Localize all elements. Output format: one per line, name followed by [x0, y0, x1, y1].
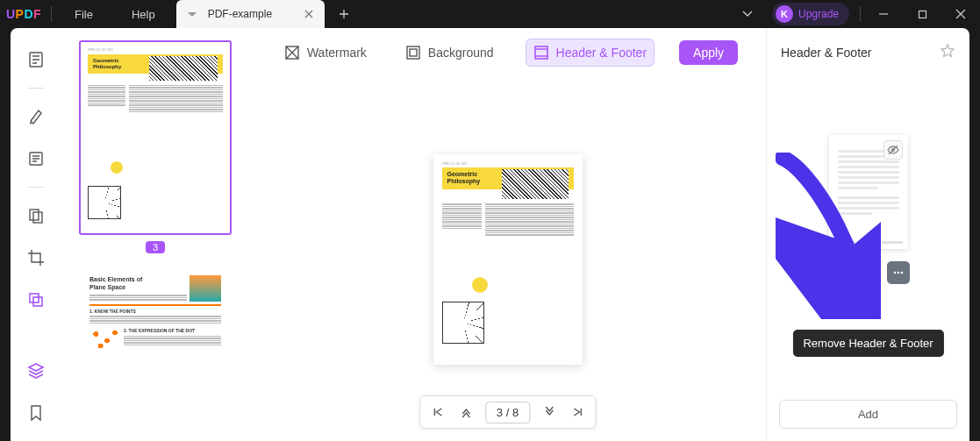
template-preview[interactable]: PAGE 1/1 — [829, 135, 908, 249]
titlebar-right: K Upgrade — [732, 0, 980, 28]
separator — [28, 187, 44, 188]
svg-marker-0 — [188, 12, 197, 17]
tab-title: PDF-example — [204, 8, 297, 20]
window-minimize-icon[interactable] — [864, 0, 903, 28]
delete-template-icon[interactable] — [857, 261, 880, 284]
page-canvas[interactable]: UPDF | 15 / 03 / 2021 Geometric Philosop… — [249, 77, 766, 441]
page-prev-icon[interactable] — [454, 400, 478, 424]
svg-point-15 — [900, 272, 903, 274]
more-template-icon[interactable] — [887, 261, 910, 284]
svg-point-13 — [893, 272, 896, 274]
thumbnail-number: 3 — [79, 240, 232, 253]
app-logo: UPDF — [0, 7, 47, 21]
window-close-icon[interactable] — [941, 0, 980, 28]
panel-title: Header & Footer — [781, 46, 872, 60]
tool-background-label: Background — [428, 46, 494, 60]
tab-add-icon[interactable] — [330, 0, 358, 28]
page-first-icon[interactable] — [426, 400, 450, 424]
tab-close-icon[interactable] — [302, 7, 316, 21]
tool-header-footer[interactable]: Header & Footer — [526, 39, 655, 67]
svg-rect-11 — [535, 46, 547, 59]
tool-bookmark-icon[interactable] — [22, 399, 50, 427]
svg-rect-10 — [410, 49, 417, 56]
svg-point-14 — [897, 272, 899, 274]
svg-rect-6 — [33, 297, 42, 306]
tool-edit-text-icon[interactable] — [22, 145, 50, 173]
svg-rect-7 — [30, 294, 39, 302]
tool-watermark-label: Watermark — [307, 46, 367, 60]
avatar: K — [776, 5, 793, 23]
page-next-icon[interactable] — [537, 400, 562, 424]
tool-background[interactable]: Background — [398, 39, 501, 66]
visibility-toggle-icon[interactable] — [883, 140, 903, 160]
page-thumbnail[interactable]: UPDF | 15 / 03 / 2021 Geometric Philosop… — [79, 40, 232, 235]
tool-watermark[interactable]: Watermark — [277, 39, 374, 66]
edit-template-icon[interactable] — [827, 261, 850, 284]
separator — [860, 6, 861, 22]
page-navigator: 3 / 8 — [419, 395, 596, 429]
workspace: UPDF | 15 / 03 / 2021 Geometric Philosop… — [11, 28, 969, 441]
window-maximize-icon[interactable] — [903, 0, 941, 28]
background-icon — [405, 45, 421, 60]
menu-file[interactable]: File — [55, 0, 112, 28]
tool-page-tools-icon[interactable] — [22, 286, 50, 314]
center-pane: Watermark Background Header & Footer App… — [249, 28, 766, 441]
page-tools-toolbar: Watermark Background Header & Footer App… — [249, 28, 766, 77]
tab-strip: PDF-example — [175, 0, 732, 28]
upgrade-button[interactable]: K Upgrade — [772, 3, 849, 25]
page-last-icon[interactable] — [565, 400, 590, 424]
page-thumbnail[interactable]: Basic Elements of Plane Space 1. KNOW TH… — [79, 262, 232, 441]
page-preview: UPDF | 15 / 03 / 2021 Geometric Philosop… — [433, 154, 583, 365]
watermark-icon — [284, 45, 300, 60]
thumbnail-panel: UPDF | 15 / 03 / 2021 Geometric Philosop… — [61, 28, 249, 441]
svg-rect-1 — [919, 11, 926, 18]
header-footer-icon — [533, 45, 549, 60]
tab-favicon — [185, 7, 199, 21]
tab-active[interactable]: PDF-example — [176, 0, 325, 28]
tabs-overflow-icon[interactable] — [732, 0, 763, 28]
menu-bar: File Help — [55, 0, 175, 28]
page-indicator[interactable]: 3 / 8 — [485, 402, 530, 423]
apply-button[interactable]: Apply — [679, 40, 738, 65]
svg-rect-4 — [30, 210, 39, 220]
tool-crop-icon[interactable] — [22, 244, 50, 272]
favorite-icon[interactable] — [940, 43, 955, 61]
tool-highlighter-icon[interactable] — [22, 103, 50, 131]
template-actions — [781, 261, 955, 284]
titlebar: UPDF File Help PDF-example K Upgrade — [0, 0, 980, 28]
add-button[interactable]: Add — [779, 400, 957, 429]
tool-layers-icon[interactable] — [22, 357, 50, 385]
left-tool-rail — [11, 28, 61, 441]
svg-rect-5 — [33, 212, 42, 223]
tool-organize-pages-icon[interactable] — [22, 202, 50, 230]
separator — [51, 6, 52, 22]
upgrade-label: Upgrade — [798, 8, 839, 20]
separator — [28, 88, 44, 89]
tooltip: Remove Header & Footer — [792, 330, 943, 357]
header-footer-panel: Header & Footer PAGE 1/1 — [766, 28, 969, 441]
tool-reader-icon[interactable] — [22, 46, 50, 74]
svg-rect-9 — [407, 46, 419, 59]
menu-help[interactable]: Help — [112, 0, 175, 28]
tool-header-footer-label: Header & Footer — [556, 46, 647, 60]
